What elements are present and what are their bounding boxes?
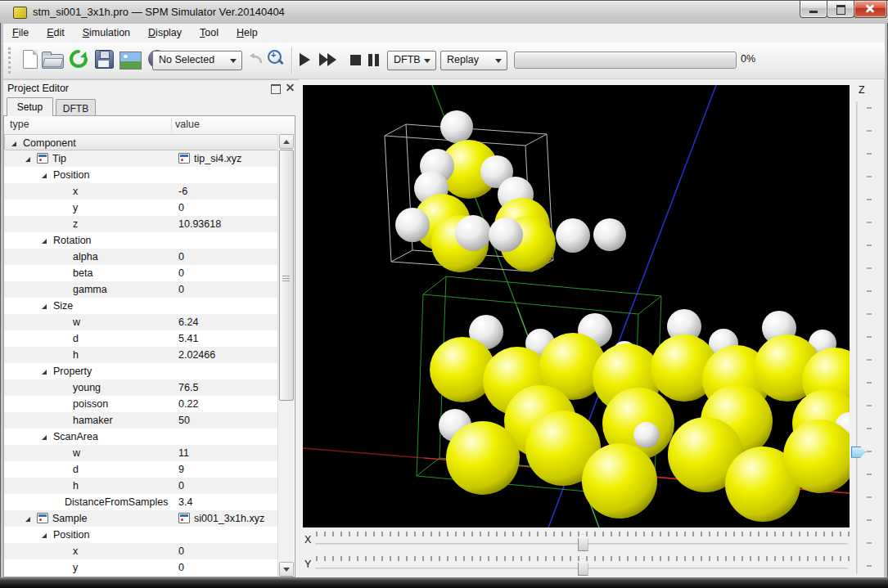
row-label: w — [73, 316, 80, 328]
row-value[interactable]: 9 — [178, 464, 184, 475]
row-value[interactable]: 76.5 — [178, 382, 198, 393]
tree-row-position[interactable]: Position — [4, 167, 278, 183]
tree-row-component[interactable]: Component — [4, 134, 278, 150]
tree-row-rotation[interactable]: Rotation — [4, 232, 278, 249]
expander-icon[interactable] — [11, 141, 16, 146]
tree-row-h[interactable]: h2.02466 — [4, 347, 278, 363]
expander-icon[interactable] — [25, 517, 30, 522]
row-value[interactable]: 0 — [178, 545, 184, 557]
menu-display[interactable]: Display — [139, 24, 191, 41]
viewport-3d[interactable] — [303, 85, 850, 527]
tree-row-young[interactable]: young76.5 — [4, 379, 278, 396]
tree-row-property[interactable]: Property — [4, 363, 278, 379]
menu-edit[interactable]: Edit — [38, 24, 74, 41]
menu-simulation[interactable]: Simulation — [74, 24, 139, 41]
engine-combo[interactable]: DFTB — [387, 51, 436, 70]
minimize-button[interactable] — [800, 1, 827, 18]
open-project-icon[interactable] — [42, 54, 64, 69]
panel-close-icon[interactable] — [286, 83, 295, 92]
expander-icon[interactable] — [42, 304, 47, 309]
row-value[interactable]: 10.93618 — [178, 218, 221, 230]
tab-dftb[interactable]: DFTB — [56, 99, 96, 115]
row-value[interactable]: 0 — [178, 202, 184, 213]
tree-row-d[interactable]: d9 — [4, 461, 278, 478]
tree-scrollbar[interactable] — [277, 134, 294, 577]
tree-row-gamma[interactable]: gamma0 — [4, 281, 278, 298]
tree-row-distancefromsamples[interactable]: DistanceFromSamples3.4 — [4, 494, 278, 510]
tree-row-hamaker[interactable]: hamaker50 — [4, 412, 278, 429]
tree-row-y[interactable]: y0 — [4, 200, 278, 216]
row-value[interactable]: 6.24 — [178, 316, 198, 328]
mode-combo[interactable]: Replay — [440, 51, 507, 70]
row-value[interactable]: -6 — [178, 186, 187, 197]
play-icon[interactable] — [300, 53, 310, 66]
tree-row-position[interactable]: Position — [4, 527, 278, 543]
tree-row-size[interactable]: Size — [4, 298, 278, 314]
snapshot-icon[interactable] — [119, 52, 142, 70]
save-icon[interactable] — [95, 50, 114, 69]
tree-row-x[interactable]: x-6 — [4, 183, 278, 200]
expander-icon[interactable] — [42, 173, 47, 178]
row-value[interactable]: 0 — [178, 480, 184, 491]
y-slider-thumb[interactable] — [578, 559, 588, 576]
tree-row-z[interactable]: z10.93618 — [4, 216, 278, 232]
scrollbar-thumb[interactable] — [279, 150, 294, 401]
z-slider-groove[interactable] — [856, 101, 859, 574]
expander-icon[interactable] — [25, 157, 30, 162]
tree-row-alpha[interactable]: alpha0 — [4, 249, 278, 265]
menu-file[interactable]: File — [3, 24, 38, 41]
menu-tool[interactable]: Tool — [191, 24, 228, 41]
row-value[interactable]: 5.41 — [178, 333, 198, 344]
row-value[interactable]: 0 — [178, 562, 184, 573]
row-value[interactable]: si001_3x1h.xyz — [194, 513, 264, 524]
grid-header[interactable]: type value — [4, 116, 295, 135]
row-value[interactable]: 0 — [178, 251, 184, 263]
new-file-icon[interactable] — [23, 50, 38, 69]
row-value[interactable]: 3.4 — [178, 496, 192, 508]
maximize-button[interactable] — [827, 1, 854, 18]
close-button[interactable] — [854, 1, 887, 18]
tree-row-sample[interactable]: Samplesi001_3x1h.xyz — [4, 510, 278, 527]
zoom-in-icon[interactable]: + — [267, 49, 286, 69]
slider-tick — [774, 556, 776, 561]
tree-row-h[interactable]: h0 — [4, 478, 278, 494]
row-value[interactable]: tip_si4.xyz — [194, 153, 241, 164]
panel-header[interactable]: Project Editor — [3, 79, 299, 97]
x-slider-thumb[interactable] — [578, 534, 588, 551]
tree-row-scanarea[interactable]: ScanArea — [4, 429, 278, 445]
pause-icon[interactable] — [368, 54, 379, 66]
row-value[interactable]: 0 — [178, 284, 184, 295]
tree-row-d[interactable]: d5.41 — [4, 330, 278, 347]
result-selector-combo[interactable]: No Selected — [152, 51, 242, 70]
expander-icon[interactable] — [42, 435, 47, 440]
tab-setup[interactable]: Setup — [7, 97, 53, 116]
scroll-down-icon[interactable] — [279, 562, 294, 577]
row-value[interactable]: 50 — [178, 415, 190, 426]
z-slider-thumb[interactable] — [851, 447, 866, 458]
toolbar-drag-handle[interactable] — [8, 47, 11, 74]
expander-icon[interactable] — [42, 533, 47, 538]
tree-row-beta[interactable]: beta0 — [4, 265, 278, 281]
row-value[interactable]: 2.02466 — [178, 349, 215, 361]
tree-row-x[interactable]: x0 — [4, 543, 278, 559]
stop-icon[interactable] — [350, 55, 361, 65]
tree-row-tip[interactable]: Tiptip_si4.xyz — [4, 150, 278, 167]
row-value[interactable]: 11 — [178, 447, 189, 459]
scroll-up-icon[interactable] — [279, 134, 294, 149]
tree-row-poisson[interactable]: poisson0.22 — [4, 396, 278, 412]
row-value[interactable]: 0.22 — [178, 398, 198, 410]
row-value[interactable]: 0 — [178, 267, 184, 279]
undo-icon[interactable] — [250, 53, 263, 65]
fast-forward-icon[interactable] — [319, 53, 337, 66]
expander-icon[interactable] — [42, 370, 47, 375]
title-bar[interactable]: stm_si001_3x1h.pro — SPM Simulator Ver.2… — [0, 0, 888, 25]
tree-row-w[interactable]: w6.24 — [4, 314, 278, 330]
dock-float-icon[interactable] — [271, 84, 281, 94]
slider-tick — [553, 556, 555, 561]
tree-row-w[interactable]: w11 — [4, 445, 278, 461]
menu-help[interactable]: Help — [228, 24, 267, 41]
reload-icon[interactable] — [69, 49, 88, 69]
slider-tick — [611, 556, 612, 561]
expander-icon[interactable] — [42, 239, 47, 244]
tree-row-y[interactable]: y0 — [4, 559, 278, 576]
